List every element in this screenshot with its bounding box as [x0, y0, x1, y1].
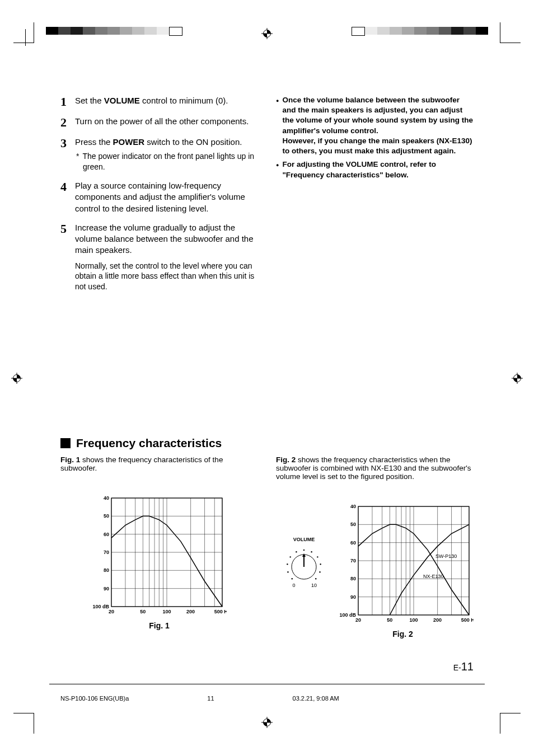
svg-point-37 — [290, 556, 291, 557]
svg-point-35 — [287, 571, 288, 572]
svg-point-38 — [296, 551, 297, 552]
step-body: Play a source containing low-frequency c… — [75, 180, 258, 214]
svg-point-36 — [287, 564, 288, 565]
registration-mark — [512, 373, 523, 384]
note-bullet: For adjusting the VOLUME control, refer … — [276, 159, 474, 180]
svg-point-40 — [311, 551, 312, 552]
svg-point-43 — [319, 571, 320, 572]
footer-page: 11 — [207, 695, 214, 702]
footer-date: 03.2.21, 9:08 AM — [293, 695, 339, 702]
registration-mark — [11, 373, 22, 384]
section-title-text: Frequency characteristics — [76, 436, 222, 450]
step-body: Turn on the power of all the other compo… — [75, 116, 258, 129]
crop-mark — [13, 713, 34, 734]
svg-text:500 Hz: 500 Hz — [214, 609, 226, 614]
svg-text:50: 50 — [103, 513, 109, 519]
step-body: Set the VOLUME control to minimum (0). — [75, 95, 258, 108]
crop-mark — [500, 22, 521, 43]
fig2-caption: Fig. 2 — [276, 630, 474, 638]
fig1-caption: Fig. 1 — [60, 621, 258, 630]
fig2-description: Fig. 2 shows the frequency characteristi… — [276, 456, 474, 481]
svg-text:60: 60 — [350, 540, 356, 546]
step-note: Normally, set the control to the level w… — [75, 261, 258, 293]
volume-dial: VOLUME 0 10 — [276, 537, 332, 591]
step-body: Increase the volume gradually to adjust … — [75, 222, 258, 292]
step: 4Play a source containing low-frequency … — [60, 180, 258, 214]
svg-text:50: 50 — [140, 609, 146, 614]
crop-mark — [500, 713, 521, 734]
fig2-chart: 100 dB9080706050402050100200500 HzSW-P13… — [339, 503, 474, 626]
svg-text:20: 20 — [108, 609, 114, 614]
svg-point-34 — [292, 578, 293, 579]
svg-point-42 — [320, 564, 321, 565]
svg-text:70: 70 — [103, 550, 109, 555]
footer-doc-id: NS-P100-106 ENG(UB)a — [60, 695, 129, 702]
svg-point-44 — [315, 578, 316, 579]
svg-text:80: 80 — [350, 576, 356, 581]
note-bullet: Once the volume balance between the subw… — [276, 95, 474, 156]
step-number: 2 — [60, 116, 75, 129]
registration-mark — [261, 28, 273, 39]
step: 1Set the VOLUME control to minimum (0). — [60, 95, 258, 108]
step-number: 4 — [60, 180, 75, 214]
svg-text:80: 80 — [103, 567, 109, 573]
footer-rule — [49, 684, 485, 684]
svg-text:NX-E130: NX-E130 — [423, 574, 444, 579]
page-number: E-11 — [453, 660, 474, 673]
step-number: 5 — [60, 222, 75, 292]
figure-2-column: Fig. 2 shows the frequency characteristi… — [276, 456, 474, 638]
svg-text:100: 100 — [162, 609, 171, 614]
fig1-description: Fig. 1 shows the frequency characteristi… — [60, 456, 258, 472]
step-number: 1 — [60, 95, 75, 108]
svg-point-39 — [303, 550, 305, 551]
svg-text:90: 90 — [350, 594, 356, 600]
fig1-chart: 100 dB9080706050402050100200500 Hz — [92, 495, 227, 618]
step: 5Increase the volume gradually to adjust… — [60, 222, 258, 292]
svg-text:50: 50 — [350, 522, 356, 527]
volume-dial-label: VOLUME — [276, 537, 332, 542]
crop-mark — [13, 22, 34, 43]
svg-text:50: 50 — [387, 617, 392, 623]
step: 2Turn on the power of all the other comp… — [60, 116, 258, 129]
svg-text:10: 10 — [311, 583, 317, 588]
steps-column: 1Set the VOLUME control to minimum (0).2… — [60, 95, 258, 300]
svg-text:200: 200 — [433, 617, 442, 623]
svg-text:90: 90 — [103, 586, 109, 591]
step-subnote: The power indicator on the front panel l… — [75, 151, 258, 172]
svg-text:200: 200 — [186, 609, 195, 614]
square-bullet-icon — [60, 438, 71, 448]
svg-text:100: 100 — [409, 617, 418, 623]
volume-dial-icon: 0 10 — [282, 544, 326, 589]
svg-marker-46 — [302, 553, 306, 557]
svg-point-41 — [317, 556, 318, 557]
svg-text:100 dB: 100 dB — [92, 604, 109, 609]
svg-text:SW-P130: SW-P130 — [435, 553, 457, 559]
step: 3Press the POWER switch to the ON positi… — [60, 137, 258, 172]
step-number: 3 — [60, 137, 75, 172]
registration-mark — [261, 717, 273, 728]
step-body: Press the POWER switch to the ON positio… — [75, 137, 258, 172]
notes-column: Once the volume balance between the subw… — [276, 95, 474, 300]
color-bar — [352, 27, 488, 36]
svg-text:100 dB: 100 dB — [339, 612, 356, 618]
svg-text:70: 70 — [350, 558, 356, 564]
svg-text:40: 40 — [103, 495, 109, 501]
svg-text:500 Hz: 500 Hz — [461, 617, 474, 623]
footer: NS-P100-106 ENG(UB)a 11 03.2.21, 9:08 AM — [60, 695, 474, 702]
figure-1-column: Fig. 1 shows the frequency characteristi… — [60, 456, 258, 638]
svg-text:60: 60 — [103, 532, 109, 537]
section-title: Frequency characteristics — [60, 436, 474, 450]
svg-text:0: 0 — [292, 583, 295, 588]
svg-text:20: 20 — [355, 617, 361, 623]
color-bar — [46, 27, 182, 36]
svg-text:40: 40 — [350, 504, 356, 509]
